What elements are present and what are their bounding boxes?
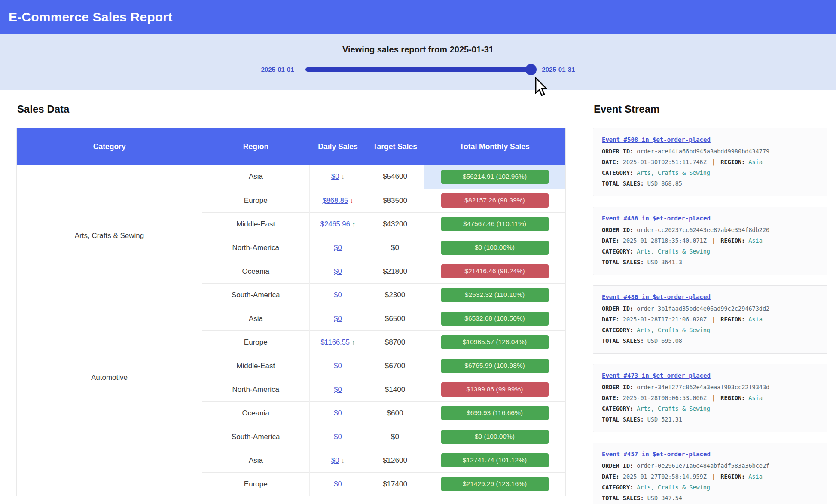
target-sales-cell: $83500 bbox=[366, 189, 424, 212]
column-header-total-monthly-sales: Total Monthly Sales bbox=[424, 128, 566, 165]
daily-sales-link[interactable]: $0 bbox=[334, 244, 342, 251]
region-cell: North-America bbox=[202, 236, 310, 260]
daily-sales-link[interactable]: $0 bbox=[334, 385, 342, 393]
total-sales-cell: $82157.26 (98.39%) bbox=[424, 189, 566, 212]
pipe-separator: | bbox=[710, 237, 717, 244]
total-sales-cell: $10965.57 (126.04%) bbox=[424, 330, 566, 354]
region-cell: Middle-East bbox=[202, 354, 310, 378]
target-sales-cell: $6700 bbox=[366, 354, 424, 378]
pipe-separator: | bbox=[710, 473, 717, 480]
event-stream-heading: Event Stream bbox=[594, 103, 827, 115]
daily-sales-link[interactable]: $0 bbox=[331, 456, 339, 464]
event-total-value: USD 347.54 bbox=[647, 495, 682, 501]
daily-sales-link[interactable]: $0 bbox=[334, 315, 342, 322]
event-date-value: 2025-01-30T02:51:11.746Z bbox=[623, 159, 707, 165]
daily-sales-cell: $0 bbox=[310, 283, 366, 307]
main-content: Sales Data Category Region Daily Sales T… bbox=[0, 103, 836, 504]
total-sales-badge: $21429.29 (123.16%) bbox=[441, 477, 549, 491]
event-category-value: Arts, Crafts & Sewing bbox=[637, 405, 710, 412]
region-cell: Europe bbox=[202, 189, 310, 212]
daily-sales-link[interactable]: $0 bbox=[334, 362, 342, 370]
target-sales-cell: $1400 bbox=[366, 378, 424, 401]
event-order-id-value: order-3b1faad35bde4e06ad99c2c294673dd2 bbox=[637, 305, 769, 312]
table-row: Arts, Crafts & SewingAsia$0↓$54600$56214… bbox=[17, 165, 566, 189]
event-region-value: Asia bbox=[748, 394, 763, 401]
slider-min-label: 2025-01-01 bbox=[261, 66, 294, 73]
category-label: CATEGORY: bbox=[602, 248, 633, 255]
column-header-daily-sales: Daily Sales bbox=[310, 128, 366, 165]
column-header-target-sales: Target Sales bbox=[366, 128, 424, 165]
pipe-separator: | bbox=[710, 316, 717, 323]
region-label: REGION: bbox=[720, 159, 745, 165]
event-link[interactable]: Event #457 in $et-order-placed bbox=[602, 449, 711, 460]
category-cell: Automotive bbox=[17, 307, 202, 449]
target-sales-cell: $8700 bbox=[366, 330, 424, 354]
daily-sales-link[interactable]: $2465.96 bbox=[320, 220, 350, 228]
date-slider[interactable] bbox=[305, 67, 531, 72]
total-sales-cell: $21429.29 (123.16%) bbox=[424, 472, 566, 496]
total-sales-badge: $10965.57 (126.04%) bbox=[441, 335, 549, 349]
trend-down-icon: ↓ bbox=[341, 173, 345, 180]
region-label: REGION: bbox=[720, 473, 745, 480]
event-link[interactable]: Event #486 in $et-order-placed bbox=[602, 292, 711, 302]
target-sales-cell: $600 bbox=[366, 401, 424, 425]
sales-data-heading: Sales Data bbox=[17, 103, 565, 115]
event-link[interactable]: Event #488 in $et-order-placed bbox=[602, 213, 711, 224]
total-sales-badge: $6765.99 (100.98%) bbox=[441, 359, 549, 373]
daily-sales-cell: $0↓ bbox=[310, 165, 366, 189]
daily-sales-link[interactable]: $0 bbox=[334, 267, 342, 275]
category-label: CATEGORY: bbox=[602, 484, 633, 491]
event-card: Event #486 in $et-order-placed ORDER ID:… bbox=[593, 285, 827, 354]
total-sales-label: TOTAL SALES: bbox=[602, 495, 644, 501]
daily-sales-link[interactable]: $0 bbox=[334, 409, 342, 417]
event-order-id-value: order-acef4fa66bd945a3abdd9980bd434779 bbox=[637, 148, 769, 155]
slider-max-label: 2025-01-31 bbox=[542, 66, 575, 73]
total-sales-cell: $1399.86 (99.99%) bbox=[424, 378, 566, 401]
total-sales-cell: $12741.74 (101.12%) bbox=[424, 449, 566, 472]
app-title: E-Commerce Sales Report bbox=[9, 10, 172, 24]
daily-sales-cell: $0 bbox=[310, 378, 366, 401]
event-card: Event #457 in $et-order-placed ORDER ID:… bbox=[593, 443, 827, 504]
total-sales-cell: $21416.46 (98.24%) bbox=[424, 260, 566, 283]
daily-sales-link[interactable]: $1166.55 bbox=[320, 338, 350, 346]
order-id-label: ORDER ID: bbox=[602, 462, 633, 469]
trend-down-icon: ↓ bbox=[350, 197, 354, 204]
event-link[interactable]: Event #473 in $et-order-placed bbox=[602, 370, 711, 381]
column-header-region: Region bbox=[202, 128, 310, 165]
region-label: REGION: bbox=[720, 316, 745, 323]
event-link[interactable]: Event #508 in $et-order-placed bbox=[602, 134, 711, 145]
daily-sales-cell: $0↓ bbox=[310, 449, 366, 472]
category-label: CATEGORY: bbox=[602, 405, 633, 412]
slider-handle[interactable] bbox=[525, 64, 537, 75]
sales-table-header: Category Region Daily Sales Target Sales… bbox=[17, 128, 566, 165]
event-region-value: Asia bbox=[748, 159, 763, 165]
region-cell: South-America bbox=[202, 425, 310, 449]
event-region-value: Asia bbox=[748, 237, 763, 244]
daily-sales-link[interactable]: $0 bbox=[334, 433, 342, 440]
event-card: Event #488 in $et-order-placed ORDER ID:… bbox=[593, 207, 827, 275]
daily-sales-cell: $0 bbox=[310, 472, 366, 496]
daily-sales-cell: $868.85↓ bbox=[310, 189, 366, 212]
daily-sales-link[interactable]: $0 bbox=[334, 480, 342, 488]
date-label: DATE: bbox=[602, 237, 619, 244]
region-cell: Asia bbox=[202, 307, 310, 330]
region-cell: Europe bbox=[202, 330, 310, 354]
total-sales-cell: $0 (100.00%) bbox=[424, 425, 566, 449]
event-card: Event #473 in $et-order-placed ORDER ID:… bbox=[593, 364, 827, 432]
total-sales-cell: $0 (100.00%) bbox=[424, 236, 566, 260]
target-sales-cell: $54600 bbox=[366, 165, 424, 189]
total-sales-badge: $699.93 (116.66%) bbox=[441, 406, 549, 420]
daily-sales-link[interactable]: $868.85 bbox=[322, 196, 348, 204]
event-date-value: 2025-01-28T00:06:53.006Z bbox=[623, 394, 707, 401]
total-sales-badge: $21416.46 (98.24%) bbox=[441, 264, 549, 278]
daily-sales-link[interactable]: $0 bbox=[331, 172, 339, 180]
daily-sales-link[interactable]: $0 bbox=[334, 291, 342, 299]
event-total-value: USD 695.08 bbox=[647, 337, 682, 344]
order-id-label: ORDER ID: bbox=[602, 384, 633, 391]
region-cell: North-America bbox=[202, 378, 310, 401]
daily-sales-cell: $1166.55↑ bbox=[310, 330, 366, 354]
event-category-value: Arts, Crafts & Sewing bbox=[637, 169, 710, 176]
total-sales-badge: $82157.26 (98.39%) bbox=[441, 193, 549, 208]
event-total-value: USD 868.85 bbox=[647, 180, 682, 187]
target-sales-cell: $0 bbox=[366, 425, 424, 449]
